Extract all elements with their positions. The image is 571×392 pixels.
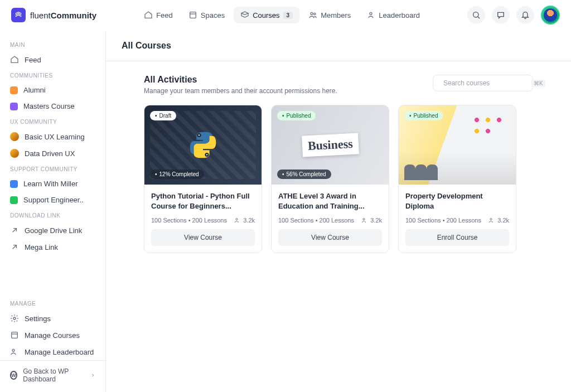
svg-point-10 bbox=[206, 153, 209, 156]
user-avatar[interactable] bbox=[541, 6, 560, 25]
svg-point-7 bbox=[12, 349, 14, 351]
sidebar-manage-leaderboard[interactable]: Manage Leaderboard bbox=[6, 343, 100, 360]
external-link-icon bbox=[10, 226, 19, 235]
sidebar-gdrive[interactable]: Google Drive Link bbox=[6, 222, 100, 239]
courses-icon bbox=[10, 331, 19, 340]
users-icon bbox=[10, 347, 19, 356]
home-icon bbox=[10, 55, 19, 64]
side-label: Manage Courses bbox=[25, 331, 80, 340]
sidebar-manage-courses[interactable]: Manage Courses bbox=[6, 327, 100, 343]
home-icon bbox=[144, 11, 153, 20]
content-desc: Manage your team members and their accou… bbox=[144, 87, 337, 95]
sidebar: MAIN Feed COMMUNITIES Alumni Masters Cou… bbox=[0, 31, 106, 392]
leaderboard-icon bbox=[366, 11, 375, 20]
messages-button[interactable] bbox=[492, 6, 510, 24]
logo-text: fluentCommunity bbox=[30, 11, 96, 20]
side-label: Manage Leaderboard bbox=[25, 348, 94, 356]
sidebar-feed[interactable]: Feed bbox=[6, 51, 100, 68]
side-label: Learn With Miller bbox=[23, 180, 78, 188]
svg-point-3 bbox=[370, 12, 372, 14]
logo[interactable]: fluentCommunity bbox=[11, 8, 96, 22]
bell-icon bbox=[521, 11, 530, 20]
sidebar-miller[interactable]: Learn With Miller bbox=[6, 176, 100, 192]
course-meta: 100 Sections • 200 Lessons bbox=[151, 217, 227, 224]
section-communities: COMMUNITIES bbox=[6, 68, 100, 82]
search-input[interactable] bbox=[443, 79, 527, 87]
content-title: All Activities bbox=[144, 75, 337, 85]
svg-point-5 bbox=[13, 317, 16, 320]
sidebar-masters[interactable]: Masters Course bbox=[6, 98, 100, 114]
wordpress-icon: W bbox=[10, 371, 17, 380]
sidebar-settings[interactable]: Settings bbox=[6, 310, 100, 327]
section-download: DOWNLOAD LINK bbox=[6, 208, 100, 222]
back-to-wp[interactable]: W Go Back to WP Dashboard bbox=[0, 360, 105, 390]
side-label: Basic UX Learning bbox=[25, 133, 85, 141]
courses-icon bbox=[240, 11, 249, 20]
dot-icon bbox=[10, 103, 18, 110]
dot-icon bbox=[10, 86, 18, 94]
course-card[interactable]: Business Published 56% Completed ATHE Le… bbox=[271, 105, 389, 253]
nav-members[interactable]: Members bbox=[302, 7, 357, 23]
page-title: All Courses bbox=[122, 41, 555, 51]
side-label: Alumni bbox=[23, 86, 46, 94]
sidebar-engineer[interactable]: Support Engineer.. bbox=[6, 192, 100, 208]
search-shortcut: ⌘K bbox=[531, 80, 545, 87]
chat-icon bbox=[496, 11, 505, 20]
users-icon bbox=[488, 217, 495, 224]
course-thumbnail: Draft 12% Completed bbox=[144, 105, 262, 185]
svg-point-12 bbox=[363, 219, 365, 220]
view-course-button[interactable]: View Course bbox=[278, 229, 382, 246]
course-card[interactable]: Draft 12% Completed Python Tutorial - Py… bbox=[144, 105, 262, 253]
nav-label: Leaderboard bbox=[379, 11, 420, 20]
logo-mark-icon bbox=[11, 8, 26, 22]
view-course-button[interactable]: View Course bbox=[151, 229, 255, 246]
side-label: Masters Course bbox=[23, 102, 75, 110]
course-meta: 100 Sections • 200 Lessons bbox=[278, 217, 354, 224]
course-search[interactable]: ⌘K bbox=[433, 75, 533, 91]
svg-point-2 bbox=[314, 13, 316, 14]
members-icon bbox=[308, 11, 317, 20]
sidebar-data-ux[interactable]: Data Driven UX bbox=[6, 145, 100, 162]
section-ux: UX COMMUNITY bbox=[6, 114, 100, 128]
python-icon bbox=[187, 129, 219, 161]
nav-label: Spaces bbox=[201, 11, 225, 20]
nav-courses[interactable]: Courses 3 bbox=[234, 7, 299, 23]
nav-label: Feed bbox=[156, 11, 173, 20]
course-users: 3.2k bbox=[488, 217, 509, 224]
svg-point-13 bbox=[490, 219, 492, 220]
dot-icon bbox=[10, 196, 18, 204]
course-thumbnail: Business Published 56% Completed bbox=[272, 105, 389, 185]
sidebar-alumni[interactable]: Alumni bbox=[6, 82, 100, 98]
avatar-icon bbox=[10, 149, 19, 158]
course-thumbnail: Published bbox=[399, 105, 516, 185]
gear-icon bbox=[10, 314, 19, 323]
nav-badge: 3 bbox=[283, 12, 293, 19]
side-label: Settings bbox=[25, 314, 51, 323]
course-card[interactable]: Published Property Development Diploma 1… bbox=[398, 105, 516, 253]
search-button[interactable] bbox=[467, 6, 485, 24]
side-label: Mega Link bbox=[25, 243, 58, 251]
svg-point-1 bbox=[311, 12, 313, 14]
side-label: Feed bbox=[25, 56, 41, 64]
side-label: Data Driven UX bbox=[25, 149, 75, 158]
spaces-icon bbox=[188, 11, 197, 20]
course-title: Property Development Diploma bbox=[405, 191, 509, 211]
enroll-course-button[interactable]: Enroll Course bbox=[405, 229, 509, 246]
nav-spaces[interactable]: Spaces bbox=[182, 7, 231, 23]
chevron-right-icon bbox=[90, 372, 95, 379]
nav-leaderboard[interactable]: Leaderboard bbox=[360, 7, 427, 23]
status-badge: Published bbox=[404, 111, 443, 120]
sidebar-basic-ux[interactable]: Basic UX Learning bbox=[6, 128, 100, 145]
avatar-icon bbox=[10, 132, 19, 141]
progress-badge: 56% Completed bbox=[277, 170, 331, 179]
course-title: Python Tutorial - Python Full Course for… bbox=[151, 191, 255, 211]
dot-icon bbox=[10, 180, 18, 188]
notifications-button[interactable] bbox=[516, 6, 534, 24]
svg-rect-6 bbox=[12, 332, 18, 338]
sidebar-mega[interactable]: Mega Link bbox=[6, 239, 100, 255]
nav-feed[interactable]: Feed bbox=[137, 7, 180, 23]
section-manage: MANAGE bbox=[6, 296, 100, 310]
nav-label: Courses bbox=[253, 11, 279, 20]
course-meta: 100 Sections • 200 Lessons bbox=[405, 217, 481, 224]
svg-rect-0 bbox=[190, 12, 196, 18]
